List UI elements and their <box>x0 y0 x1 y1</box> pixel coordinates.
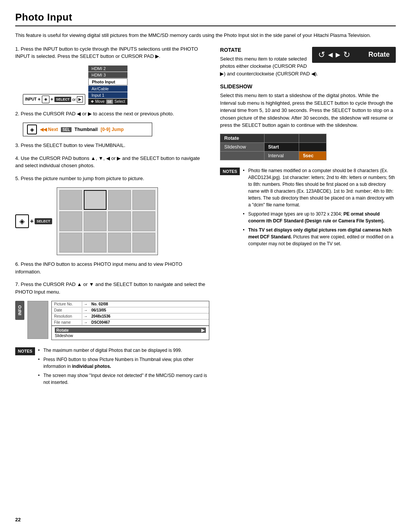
step-4: 4. Use the CURSOR PAD buttons ▲, ▼, ◀ or… <box>15 155 209 169</box>
page-number: 22 <box>15 517 21 522</box>
right-note-1: Photo file names modified on a computer … <box>243 167 396 208</box>
sel-badge: SE <box>106 99 113 104</box>
step-6: 6. Press the INFO button to access PHOTO… <box>15 260 209 275</box>
step-1-text: Press the INPUT button to cycle through … <box>15 46 198 59</box>
select-label: Select <box>115 99 125 104</box>
step-3: 3. Press the SELECT button to view THUMB… <box>15 142 209 149</box>
intro-text: This feature is useful for viewing digit… <box>15 32 396 39</box>
nav-bar: ◈ ◀◀ Next SEL Thumbnail [0-9] Jump <box>23 123 152 136</box>
info-label-date: Date <box>52 308 82 313</box>
cursor-right-icon: ▶ <box>336 51 340 58</box>
select-btn: SELECT <box>35 218 52 224</box>
input-button-combo: INPUT + ◈ + SELECT or ▶ <box>23 94 85 105</box>
thumb-cell <box>132 233 155 252</box>
ss-start-cell: Start <box>264 142 299 151</box>
thumb-cell-selected <box>84 190 107 210</box>
ss-row-1: Rotate <box>220 134 327 142</box>
right-note-3-bold: This TV set displays only digital pictur… <box>248 227 392 240</box>
info-row-picture-no: Picture No. → No. 02/08 <box>52 301 209 307</box>
input-menu-list: HDMI 2 HDMI 3 Photo Input Air/Cable Inpu… <box>88 66 127 105</box>
menu-hdmi2: HDMI 2 <box>88 66 127 72</box>
select-combo: ◈ + SELECT <box>15 214 52 228</box>
left-notes-label: NOTES <box>15 347 35 355</box>
move-label: ❖ Move <box>91 99 104 104</box>
info-row-resolution: Resolution → 2048x1536 <box>52 313 209 320</box>
right-notes-content: Photo file names modified on a computer … <box>243 167 396 249</box>
right-notes-label: NOTES <box>220 168 240 176</box>
nav-sel-badge: SEL <box>61 127 71 132</box>
info-label-filename: File name <box>52 320 82 325</box>
info-menu: Rotate ▶ Slideshow <box>52 326 209 340</box>
left-note-1: The maximum number of digital Photos tha… <box>38 347 209 354</box>
page-title: Photo Input <box>15 11 396 26</box>
step-4-num: 4. <box>15 155 19 161</box>
thumb-cell <box>59 190 82 210</box>
photo-info-table: Picture No. → No. 02/08 Date → 06/13/05 … <box>51 301 209 340</box>
info-value-picture-no: No. 02/08 <box>89 302 110 307</box>
input-btn-label: INPUT <box>25 97 37 101</box>
thumb-cell <box>84 233 107 252</box>
step-5-text: Press the picture number to jump from pi… <box>21 176 144 181</box>
left-notes-list: The maximum number of digital Photos tha… <box>38 347 209 386</box>
left-notes-content: The maximum number of digital Photos tha… <box>38 347 209 388</box>
left-note-2-bold: individual photos. <box>72 364 111 369</box>
info-label-picture-no: Picture No. <box>52 302 82 307</box>
step-5-num: 5. <box>15 176 19 181</box>
step-7: 7. Press the CURSOR PAD ▲ or ▼ and the S… <box>15 281 209 296</box>
step-7-num: 7. <box>15 281 19 287</box>
thumbnail-grid <box>57 187 158 255</box>
step-5: 5. Press the picture number to jump from… <box>15 175 209 182</box>
right-notes-box: NOTES Photo file names modified on a com… <box>220 167 396 249</box>
info-value-date: 06/13/05 <box>89 308 108 313</box>
menu-footer: ❖ Move SE Select <box>88 99 127 105</box>
rotate-menu-label: Rotate <box>368 51 390 59</box>
info-row-filename: File name → DSC00467 <box>52 320 209 326</box>
step-3-text: Press the SELECT button to view THUMBNAI… <box>21 142 125 148</box>
rotate-cw-icon: ↻ <box>343 50 350 60</box>
ss-5sec-cell: 5sec <box>299 151 327 160</box>
step-7-text: Press the CURSOR PAD ▲ or ▼ and the SELE… <box>15 281 205 295</box>
step-6-num: 6. <box>15 261 19 267</box>
step-1-num: 1. <box>15 46 19 52</box>
menu-list: HDMI 2 HDMI 3 Photo Input Air/Cable Inpu… <box>88 66 127 98</box>
step-2-text: Press the CURSOR PAD ◀ or ▶ to access th… <box>21 111 174 117</box>
nav-next-label: ◀◀ Next <box>40 127 58 132</box>
thumb-cell <box>59 211 82 231</box>
right-note-2-bold: PE ormat should conorm ith DCF Standard … <box>248 211 384 224</box>
input-menu-diagram: INPUT + ◈ + SELECT or ▶ HDMI 2 HDMI 3 Ph… <box>23 66 209 105</box>
nav-thumbnail-label: Thumbnail <box>75 127 98 132</box>
dpad-small: ◈ <box>42 96 49 103</box>
thumb-cell <box>132 190 155 210</box>
dpad-icon: ◈ <box>15 214 29 228</box>
info-row-date: Date → 06/13/05 <box>52 307 209 313</box>
thumb-cell <box>108 211 131 231</box>
info-button: INFO <box>15 301 24 320</box>
rotate-ccw-icon: ↺ <box>318 50 325 60</box>
ss-rotate-cell: Rotate <box>220 134 264 142</box>
nav-dpad-icon: ◈ <box>27 125 37 134</box>
ss-slideshow-cell: Slideshow <box>220 142 264 151</box>
slideshow-menu-container: Rotate Slideshow Start Interval 5sec <box>220 134 396 160</box>
thumb-cell <box>132 211 155 231</box>
step-2-num: 2. <box>15 111 19 117</box>
step-1: 1. Press the INPUT button to cycle throu… <box>15 45 209 60</box>
right-note-3: This TV set displays only digital pictur… <box>243 227 396 247</box>
menu-hdmi3: HDMI 3 <box>88 72 127 78</box>
slideshow-text: Select this menu item to start a slidesh… <box>220 92 396 129</box>
photo-info-section: INFO Picture No. → No. 02/08 Date → 06/1… <box>15 301 209 340</box>
rotate-icons: ↺ ◀ ▶ ↻ <box>318 50 350 60</box>
right-column: ↺ ◀ ▶ ↻ Rotate ROTATE Select this menu i… <box>220 45 396 388</box>
step-2: 2. Press the CURSOR PAD ◀ or ▶ to access… <box>15 110 209 118</box>
menu-photo-input: Photo Input <box>88 78 127 85</box>
ss-row-2: Slideshow Start <box>220 142 327 151</box>
info-value-resolution: 2048x1536 <box>89 314 113 319</box>
rotate-section: ↺ ◀ ▶ ↻ Rotate ROTATE Select this menu i… <box>220 47 396 82</box>
menu-air-cable: Air/Cable <box>88 86 127 92</box>
thumbnail-section: ◈ + SELECT <box>15 187 209 255</box>
left-note-3: The screen may show "Input device not de… <box>38 372 209 386</box>
photo-preview <box>27 301 48 339</box>
step-4-text: Use the CURSOR PAD buttons ▲, ▼, ◀ or ▶ … <box>15 155 200 169</box>
right-note-2: Supported image types are up to 3072 x 2… <box>243 211 396 224</box>
ss-row-3: Interval 5sec <box>220 151 327 160</box>
step-6-text: Press the INFO button to access PHOTO in… <box>15 261 182 275</box>
